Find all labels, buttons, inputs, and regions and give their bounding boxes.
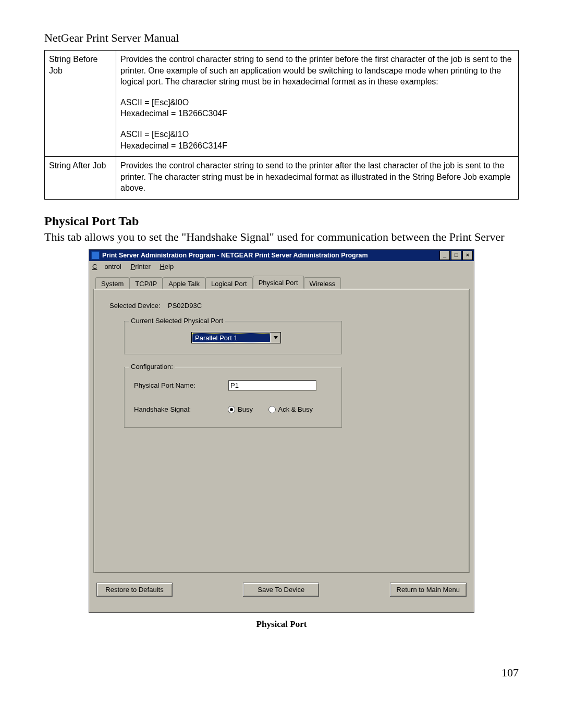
close-button[interactable]: × [462, 251, 473, 260]
port-name-input[interactable]: P1 [228, 380, 316, 391]
minimize-button[interactable]: _ [439, 251, 450, 260]
tab-appletalk[interactable]: Apple Talk [163, 277, 205, 289]
menu-control[interactable]: Control [92, 263, 121, 270]
desc-cell: Provides the control character string to… [116, 157, 519, 200]
dropdown-selected-value: Parallel Port 1 [192, 333, 270, 342]
group-configuration: Configuration: Physical Port Name: P1 Ha… [124, 367, 342, 428]
group-current-port-legend: Current Selected Physical Port [129, 317, 225, 325]
section-heading: Physical Port Tab [44, 214, 519, 228]
section-intro: This tab allows you to set the "Handshak… [44, 230, 519, 244]
menu-printer[interactable]: Printer [131, 263, 151, 270]
return-main-menu-button[interactable]: Return to Main Menu [390, 583, 467, 597]
term-cell: String Before Job [45, 51, 116, 157]
group-current-port: Current Selected Physical Port Parallel … [124, 321, 342, 354]
radio-icon [228, 406, 235, 413]
app-icon [91, 251, 100, 260]
tab-physical-port[interactable]: Physical Port [253, 276, 304, 289]
desc-text: Provides the control character string to… [120, 55, 512, 86]
code-example-2: ASCII = [Esc]&l1O Hexadecimal = 1B266C31… [120, 129, 514, 151]
table-row: String After Job Provides the control ch… [45, 157, 519, 200]
figure-caption: Physical Port [44, 619, 519, 630]
svg-marker-0 [274, 336, 278, 339]
menu-help[interactable]: Help [160, 263, 174, 270]
maximize-button[interactable]: □ [451, 251, 461, 260]
radio-icon [268, 406, 276, 413]
handshake-label: Handshake Signal: [134, 405, 228, 413]
tab-panel: Selected Device: PS02D93C Current Select… [93, 289, 470, 573]
window-title: Print Server Administration Program - NE… [102, 252, 438, 259]
tab-system[interactable]: System [95, 277, 129, 289]
group-configuration-legend: Configuration: [129, 363, 175, 371]
doc-header: NetGear Print Server Manual [44, 31, 519, 45]
definition-table: String Before Job Provides the control c… [44, 50, 519, 200]
app-window-screenshot: Print Server Administration Program - NE… [89, 249, 474, 613]
radio-busy[interactable]: Busy [228, 405, 255, 413]
save-to-device-button[interactable]: Save To Device [243, 583, 319, 597]
code-example-1: ASCII = [Esc]&l0O Hexadecimal = 1B266C30… [120, 97, 514, 119]
tab-tcpip[interactable]: TCP/IP [129, 277, 163, 289]
tab-strip: System TCP/IP Apple Talk Logical Port Ph… [93, 276, 470, 289]
page-number: 107 [44, 666, 519, 680]
term-cell: String After Job [45, 157, 116, 200]
tab-logical-port[interactable]: Logical Port [205, 277, 253, 289]
chevron-down-icon[interactable] [271, 332, 280, 343]
port-name-label: Physical Port Name: [134, 381, 228, 389]
table-row: String Before Job Provides the control c… [45, 51, 519, 157]
radio-ack-busy[interactable]: Ack & Busy [268, 405, 313, 413]
titlebar[interactable]: Print Server Administration Program - NE… [89, 250, 474, 261]
selected-device-label: Selected Device: [109, 302, 161, 310]
menubar: Control Printer Help [89, 261, 474, 272]
tab-wireless[interactable]: Wireless [304, 277, 341, 289]
desc-cell: Provides the control character string to… [116, 51, 519, 157]
selected-device-value: PS02D93C [168, 302, 202, 310]
physical-port-dropdown[interactable]: Parallel Port 1 [191, 332, 281, 343]
restore-defaults-button[interactable]: Restore to Defaults [96, 583, 173, 597]
